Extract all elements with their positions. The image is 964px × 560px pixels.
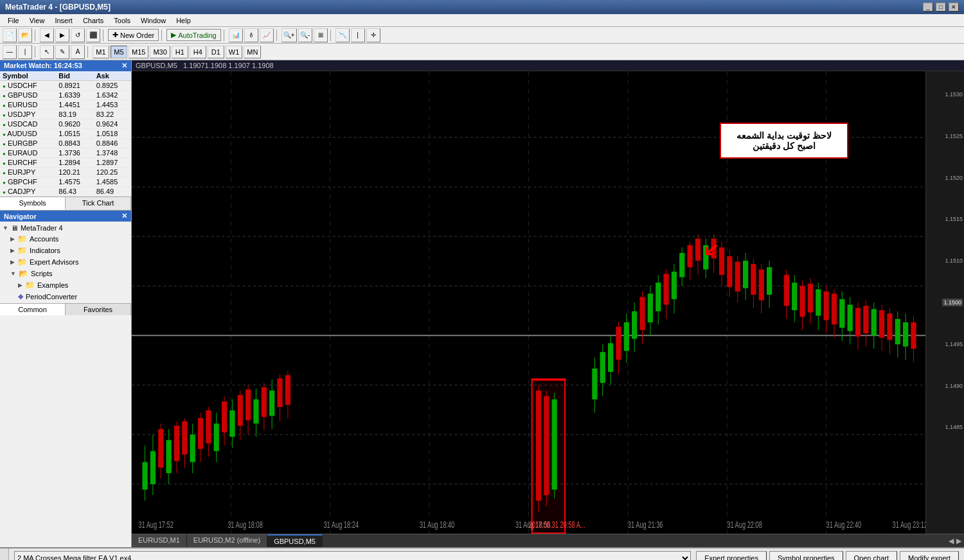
zoom-in2-btn[interactable]: 🔍+: [281, 28, 297, 42]
annotation-box: لاحظ توقيت بداية الشمعه اصبح كل دقيقتين: [720, 123, 848, 159]
chart-tab-eurusd-m1[interactable]: EURUSD,M1: [132, 534, 187, 547]
bottom-main: 2 MA Crosses Mega filter EA V1.ex4 Exper…: [9, 548, 964, 560]
market-watch-row[interactable]: ● USDCAD 0.9620 0.9624: [0, 119, 131, 129]
back-btn[interactable]: ◀: [40, 28, 54, 42]
autotrading-icon: ▶: [171, 31, 176, 39]
menu-view[interactable]: View: [24, 15, 50, 26]
market-watch-row[interactable]: ● EURJPY 120.21 120.25: [0, 168, 131, 177]
window-controls[interactable]: _ □ ✕: [923, 3, 959, 12]
mw-symbol: ● GBPUSD: [0, 91, 56, 100]
tf-m30[interactable]: M30: [150, 46, 170, 58]
chart-tabs: EURUSD,M1 EURUSD,M2 (offline) GBPUSD,M5 …: [132, 534, 964, 547]
text-btn[interactable]: A: [71, 45, 85, 59]
tf-w1[interactable]: W1: [226, 46, 243, 58]
bottom-layout: Strategy Tester 2 MA Crosses Mega filter…: [0, 548, 964, 560]
market-watch-row[interactable]: ● EURUSD 1.4451 1.4453: [0, 100, 131, 110]
mw-tab-tick[interactable]: Tick Chart: [66, 197, 131, 210]
hline-tool-btn[interactable]: |: [18, 45, 32, 59]
menu-charts[interactable]: Charts: [78, 15, 109, 26]
ea-selector[interactable]: 2 MA Crosses Mega filter EA V1.ex4: [14, 551, 691, 560]
mw-tab-symbols[interactable]: Symbols: [0, 197, 66, 210]
expert-properties-btn[interactable]: Expert properties: [696, 551, 767, 560]
mw-ask: 1.6342: [94, 91, 131, 100]
market-watch-row[interactable]: ● USDJPY 83.19 83.22: [0, 110, 131, 119]
refresh-btn[interactable]: ↺: [71, 28, 85, 42]
crosshair-btn[interactable]: ✛: [366, 28, 380, 42]
nav-expert-advisors[interactable]: ▶ 📁 Expert Advisors: [0, 256, 131, 268]
market-watch-row[interactable]: ● EURGBP 0.8843 0.8846: [0, 139, 131, 148]
svg-rect-47: [262, 387, 267, 417]
mw-bid: 1.6339: [56, 91, 93, 100]
maximize-button[interactable]: □: [936, 3, 946, 12]
open-btn[interactable]: 📂: [18, 28, 32, 42]
nav-tab-favorites[interactable]: Favorites: [66, 304, 131, 315]
chart-scroll-right[interactable]: ▶: [956, 537, 961, 545]
market-watch-row[interactable]: ● EURCHF 1.2894 1.2897: [0, 158, 131, 168]
title-bar: MetaTrader 4 - [GBPUSD,M5] _ □ ✕: [0, 0, 964, 14]
tf-m5[interactable]: M5: [111, 46, 127, 58]
nav-scripts[interactable]: ▼ 📂 Scripts: [0, 268, 131, 279]
ea-expand-icon: ▶: [10, 259, 15, 265]
nav-period-converter[interactable]: ◆ PeriodConverter: [0, 291, 131, 302]
chart-canvas[interactable]: 31 Aug 17:52 31 Aug 18:08 31 Aug 18:24 3…: [132, 71, 964, 534]
chart-tab-gbpusd-m5[interactable]: GBPUSD,M5: [267, 534, 323, 547]
market-watch-row[interactable]: ● USDCHF 0.8921 0.8925: [0, 81, 131, 91]
tf-h1[interactable]: H1: [172, 46, 188, 58]
nav-metatrader4[interactable]: ▼ 🖥 MetaTrader 4: [0, 223, 131, 233]
price-1515: 1.1515: [945, 216, 963, 222]
autotrading-button[interactable]: ▶ AutoTrading: [166, 29, 221, 41]
modify-expert-btn[interactable]: Modify expert: [900, 551, 959, 560]
indicators-btn[interactable]: 📉: [335, 28, 350, 42]
examples-expand-icon: ▶: [18, 282, 22, 288]
menu-tools[interactable]: Tools: [109, 15, 136, 26]
tf-m15[interactable]: M15: [129, 46, 148, 58]
menu-window[interactable]: Window: [136, 15, 171, 26]
symbol-properties-btn[interactable]: Symbol properties: [769, 551, 843, 560]
nav-indicators[interactable]: ▶ 📁 Indicators: [0, 245, 131, 256]
market-watch-row[interactable]: ● GBPCHF 1.4575 1.4585: [0, 177, 131, 187]
market-watch-row[interactable]: ● AUDUSD 1.0515 1.0518: [0, 129, 131, 139]
zoom-in-btn[interactable]: ⬛: [86, 28, 100, 42]
svg-rect-110: [792, 283, 797, 310]
bottom-right-buttons: Expert properties Symbol properties Open…: [696, 551, 959, 560]
period-sep-btn[interactable]: |: [351, 28, 365, 42]
chart-candle-btn[interactable]: 🕯: [244, 28, 258, 42]
market-watch-close[interactable]: ✕: [121, 62, 127, 70]
tf-mn[interactable]: MN: [244, 46, 261, 58]
menu-help[interactable]: Help: [171, 15, 196, 26]
nav-indicators-label: Indicators: [30, 247, 60, 254]
market-watch-row[interactable]: ● GBPUSD 1.6339 1.6342: [0, 91, 131, 100]
strategy-tester-vert-tab[interactable]: Strategy Tester: [0, 548, 9, 560]
line-tool-btn[interactable]: —: [3, 45, 17, 59]
nav-examples[interactable]: ▶ 📁 Examples: [0, 279, 131, 291]
nav-accounts[interactable]: ▶ 📁 Accounts: [0, 233, 131, 245]
minimize-button[interactable]: _: [923, 3, 933, 12]
market-watch-row[interactable]: ● EURAUD 1.3736 1.3748: [0, 148, 131, 158]
tf-h4[interactable]: H4: [190, 46, 206, 58]
tf-d1[interactable]: D1: [208, 46, 224, 58]
svg-rect-136: [895, 319, 900, 344]
chart-tab-eurusd-m2[interactable]: EURUSD,M2 (offline): [187, 534, 267, 547]
open-chart-btn[interactable]: Open chart: [846, 551, 897, 560]
zoom-out-btn[interactable]: 🔍-: [298, 28, 312, 42]
tf-m1[interactable]: M1: [93, 46, 109, 58]
svg-rect-35: [214, 424, 219, 451]
nav-period-converter-label: PeriodConverter: [26, 293, 77, 301]
chart-bar-btn[interactable]: 📊: [229, 28, 243, 42]
close-button[interactable]: ✕: [949, 3, 959, 12]
new-order-button[interactable]: ✚ New Order: [108, 29, 159, 41]
navigator-tabs: Common Favorites: [0, 303, 131, 315]
new-chart-btn[interactable]: 📄: [3, 28, 17, 42]
svg-text:31 Aug 17:52: 31 Aug 17:52: [138, 519, 174, 530]
menu-insert[interactable]: Insert: [49, 15, 78, 26]
chart-line-btn[interactable]: 📈: [260, 28, 274, 42]
chart-scroll-left[interactable]: ◀: [949, 537, 954, 545]
nav-tab-common[interactable]: Common: [0, 304, 66, 315]
cursor-btn[interactable]: ↖: [40, 45, 54, 59]
grid-btn[interactable]: ⊞: [314, 28, 328, 42]
navigator-close[interactable]: ✕: [121, 212, 127, 220]
forward-btn[interactable]: ▶: [55, 28, 69, 42]
menu-file[interactable]: File: [3, 15, 24, 26]
draw-btn[interactable]: ✎: [55, 45, 69, 59]
market-watch-row[interactable]: ● CADJPY 86.43 86.49: [0, 187, 131, 197]
